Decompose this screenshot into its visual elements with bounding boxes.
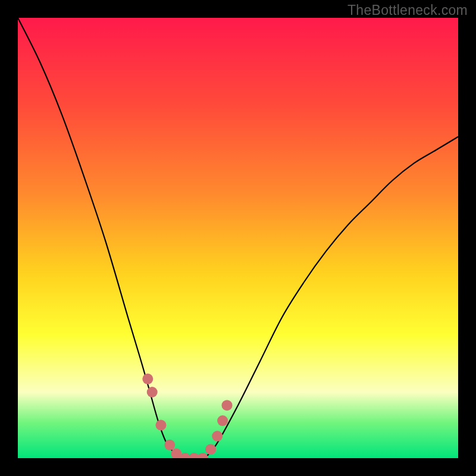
marker-dot [164, 440, 175, 450]
marker-dot [212, 431, 223, 441]
marker-dot [142, 374, 153, 384]
marker-dot [205, 444, 216, 455]
marker-dot [147, 387, 158, 397]
marker-dot [156, 420, 167, 431]
gradient-background [18, 18, 458, 458]
watermark-text: TheBottleneck.com [347, 2, 468, 18]
plot-area [18, 18, 458, 458]
marker-dot [222, 400, 233, 411]
bottleneck-chart [18, 18, 458, 458]
marker-dot [217, 415, 228, 426]
chart-frame: TheBottleneck.com [0, 0, 476, 476]
